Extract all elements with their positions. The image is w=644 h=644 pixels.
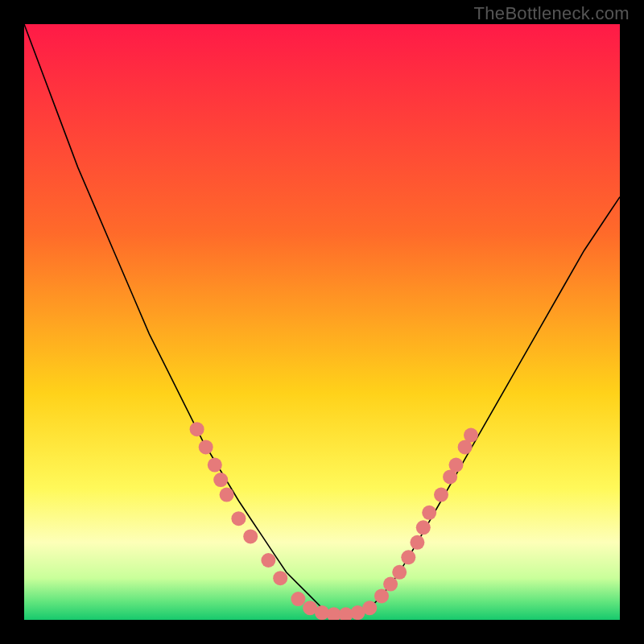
bottleneck-chart xyxy=(24,24,620,620)
right-cluster-point xyxy=(416,520,431,535)
chart-frame: TheBottleneck.com xyxy=(0,0,644,644)
watermark-text: TheBottleneck.com xyxy=(474,3,630,24)
right-cluster-point xyxy=(464,428,478,443)
left-cluster-point xyxy=(199,440,213,454)
left-cluster-point xyxy=(261,553,275,568)
right-cluster-point xyxy=(392,565,407,580)
bottom-cluster-point xyxy=(362,601,377,615)
left-cluster-point xyxy=(208,458,222,473)
right-cluster-point xyxy=(410,535,424,550)
left-cluster-point xyxy=(190,422,204,436)
right-cluster-point xyxy=(449,458,464,473)
right-cluster-point xyxy=(374,588,389,603)
left-cluster-point xyxy=(220,488,234,502)
right-cluster-point xyxy=(422,506,436,520)
right-cluster-point xyxy=(401,550,415,564)
left-cluster-point xyxy=(273,571,287,585)
right-cluster-point xyxy=(434,488,448,502)
bottom-cluster-point xyxy=(291,592,305,606)
chart-background xyxy=(24,24,620,620)
right-cluster-point xyxy=(383,577,398,592)
left-cluster-point xyxy=(213,473,228,487)
left-cluster-point xyxy=(231,511,246,526)
left-cluster-point xyxy=(243,529,258,543)
